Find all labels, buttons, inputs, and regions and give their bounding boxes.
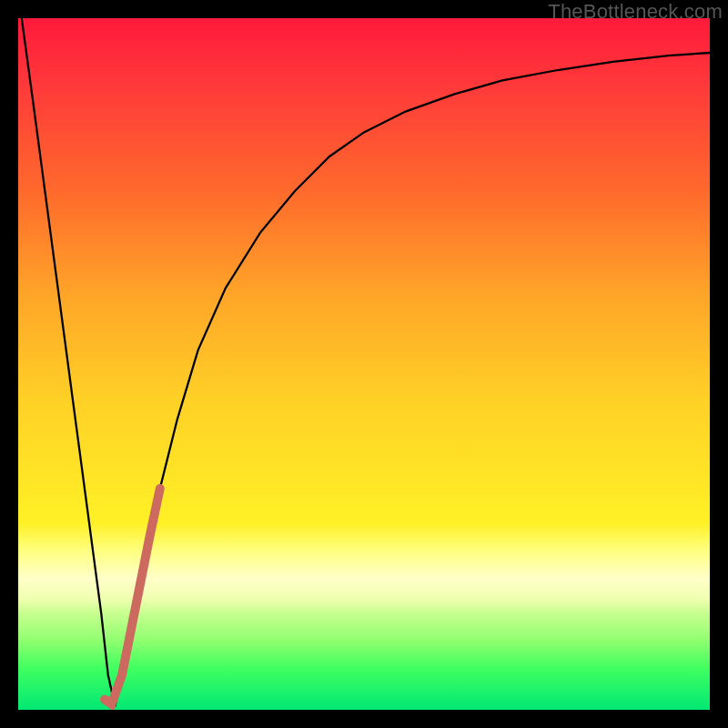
chart-plot-area <box>18 18 710 710</box>
watermark-text: TheBottleneck.com <box>548 0 723 24</box>
chart-frame: TheBottleneck.com <box>0 0 728 728</box>
highlight-segment <box>105 489 160 704</box>
chart-curves <box>18 18 710 710</box>
bottleneck-curve <box>22 18 710 706</box>
